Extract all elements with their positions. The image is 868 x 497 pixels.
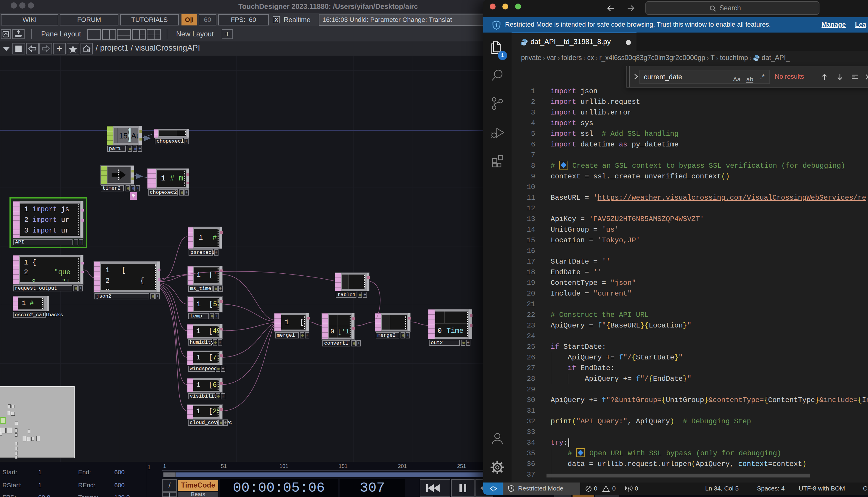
svg-text:.*: .*	[760, 74, 765, 81]
